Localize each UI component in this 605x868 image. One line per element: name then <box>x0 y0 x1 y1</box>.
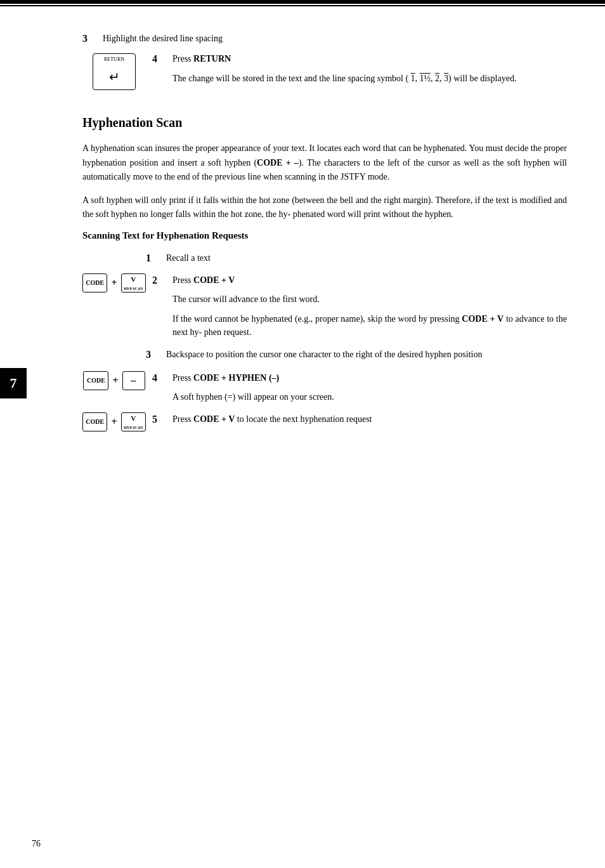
step3-number: 3 <box>82 32 98 46</box>
scan-step1-content: 1 Recall a text <box>146 251 567 265</box>
top-bar-thick <box>0 0 605 4</box>
v-label: V <box>131 275 136 283</box>
scan-step4: CODE + – 4 Press CODE + HYPHEN (–) A sof… <box>82 371 567 404</box>
scan-step4-content: 4 Press CODE + HYPHEN (–) A soft hyphen … <box>152 371 567 404</box>
scan-step3-text: Backspace to position the cursor one cha… <box>166 348 567 361</box>
scan-step1: 1 Recall a text <box>82 251 567 265</box>
subsection-title: Scanning Text for Hyphenation Requests <box>82 230 567 241</box>
hyphen-key-step4: – <box>122 371 145 390</box>
scan-step5-text: Press CODE + V to locate the next hyphen… <box>172 412 567 426</box>
scan-step5-row: 5 Press CODE + V to locate the next hyph… <box>152 412 567 426</box>
scan-step4-row: 4 Press CODE + HYPHEN (–) <box>152 371 567 385</box>
scan-step2-content: 2 Press CODE + V The cursor will advance… <box>152 273 567 339</box>
chapter-tab: 7 <box>0 368 27 398</box>
scan-step3: 3 Backspace to position the cursor one c… <box>82 348 567 362</box>
scan-step2-number: 2 <box>152 273 167 287</box>
code-key-step5: CODE <box>82 412 107 431</box>
step4-number: 4 <box>152 52 167 66</box>
plus-step4: + <box>112 375 118 386</box>
code-key-step4: CODE <box>83 371 108 390</box>
code-v-ref: CODE + V <box>462 314 504 324</box>
para2: A soft hyphen will only print if it fall… <box>82 194 567 222</box>
step-3-row: 3 Highlight the desired line spacing <box>82 32 567 46</box>
symbol-1: 1 <box>411 74 415 83</box>
return-key-arrow: ↵ <box>109 69 120 84</box>
scan-step5-content: 5 Press CODE + V to locate the next hyph… <box>152 412 567 426</box>
symbol-2: 2 <box>435 74 439 83</box>
scan-step2-desc2: If the word cannot be hyphenated (e.g., … <box>172 312 567 339</box>
scan-step5-number: 5 <box>152 412 167 426</box>
symbol-15: 1½ <box>420 74 431 83</box>
v-key-step5: V HYP SCAN <box>121 412 146 431</box>
plus-step5: + <box>111 416 117 428</box>
scan-step3-content: 3 Backspace to position the cursor one c… <box>146 348 567 362</box>
v-sublabel: HYP SCAN <box>124 287 143 291</box>
scan-step5: CODE + V HYP SCAN 5 Press CODE + V to lo… <box>82 412 567 431</box>
scan-step5-key: CODE + V <box>193 414 235 424</box>
v-sublabel-step5: HYP SCAN <box>124 426 143 430</box>
scan-step4-key: CODE + HYPHEN (–) <box>193 373 279 383</box>
scan-step2-desc1: The cursor will advance to the first wor… <box>172 293 567 306</box>
section-title: Hyphenation Scan <box>82 115 567 130</box>
plus-step2: + <box>111 277 117 289</box>
step4-key: RETURN <box>193 54 231 63</box>
symbol-3: 3 <box>444 74 448 83</box>
v-label-step5: V <box>131 414 136 422</box>
scan-step1-number: 1 <box>146 251 161 265</box>
step4-content: 4 Press RETURN The change will be stored… <box>152 52 567 86</box>
scan-step2-row: 2 Press CODE + V <box>152 273 567 287</box>
scan-step4-label: Press CODE + HYPHEN (–) <box>172 371 567 385</box>
hyphen-label: – <box>131 375 136 386</box>
scan-step4-number: 4 <box>152 371 167 385</box>
step4-row: 4 Press RETURN <box>152 52 567 66</box>
step4-description: The change will be stored in the text an… <box>172 72 567 86</box>
chapter-number: 7 <box>10 375 17 391</box>
scan-step2-label: Press CODE + V <box>172 273 567 287</box>
hyphenation-section: Hyphenation Scan A hyphenation scan insu… <box>82 115 567 431</box>
step3-text: Highlight the desired line spacing <box>103 32 567 45</box>
scan-step2: CODE + V HYP SCAN 2 Press CODE + V The c… <box>82 273 567 339</box>
scan-step2-key: CODE + V <box>193 275 235 285</box>
v-key-step2: V HYP SCAN <box>121 273 146 293</box>
page-number: 76 <box>32 839 41 849</box>
return-key-label: RETURN <box>104 56 124 62</box>
scan-step4-desc: A soft hyphen (=) will appear on your sc… <box>172 390 567 404</box>
scan-step1-text: Recall a text <box>166 251 567 265</box>
para1: A hyphenation scan insures the proper ap… <box>82 141 567 184</box>
scan-step5-tail: to locate the next hyphenation request <box>237 414 372 424</box>
scan-step3-number: 3 <box>146 348 161 362</box>
step4-label: Press RETURN <box>172 52 567 65</box>
return-key-illustration: RETURN ↵ <box>93 53 136 90</box>
code-key-step2: CODE <box>82 273 107 293</box>
code-hyphen-ref: CODE + – <box>257 158 299 168</box>
top-bar-thin <box>0 5 605 6</box>
main-content: 3 Highlight the desired line spacing RET… <box>82 25 567 431</box>
